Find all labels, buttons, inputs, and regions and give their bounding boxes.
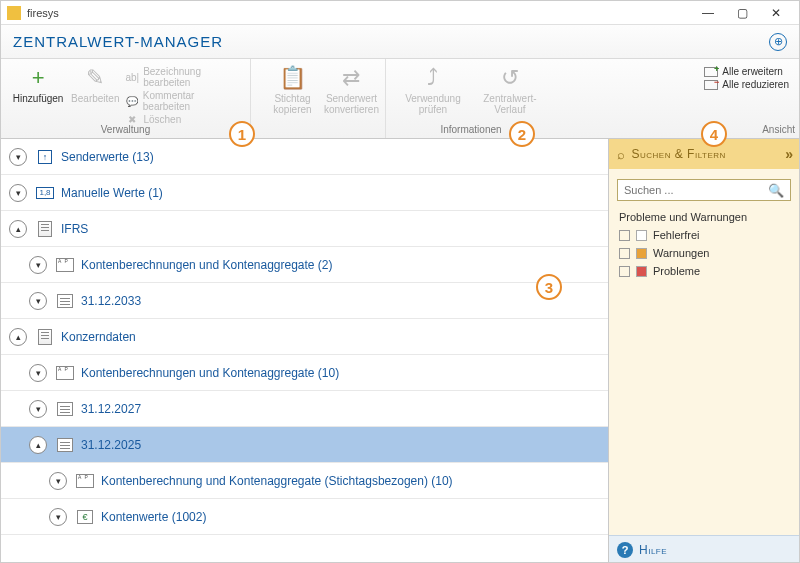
ribbon: + Hinzufügen ✎ Bearbeiten ab|Bezeichnung… xyxy=(1,59,799,139)
status-swatch-error xyxy=(636,266,647,277)
app-icon xyxy=(7,6,21,20)
tree-row-konzern-2025[interactable]: ▴ 31.12.2025 xyxy=(1,427,608,463)
tree-row-konzern-2027[interactable]: ▾ 31.12.2027 xyxy=(1,391,608,427)
expand-pane-icon[interactable]: » xyxy=(785,146,791,162)
filter-fehlerfrei[interactable]: Fehlerfrei xyxy=(619,229,789,241)
tree-row-konzern-konten[interactable]: ▾ Kontenberechnungen und Kontenaggregate… xyxy=(1,355,608,391)
chevron-down-icon[interactable]: ▾ xyxy=(9,148,27,166)
kommentar-button[interactable]: 💬Kommentar bearbeiten xyxy=(123,89,242,113)
erweitern-label: Alle erweitern xyxy=(722,66,783,77)
kommentar-label: Kommentar bearbeiten xyxy=(143,90,240,112)
search-box[interactable]: 🔍 xyxy=(617,179,791,201)
alle-reduzieren-button[interactable]: Alle reduzieren xyxy=(704,78,789,91)
bezeichnung-button[interactable]: ab|Bezeichnung bearbeiten xyxy=(123,65,242,89)
tree-label: Kontenberechnungen und Kontenaggregate (… xyxy=(81,366,339,380)
document-icon xyxy=(35,220,55,238)
date-icon xyxy=(55,400,75,418)
titlebar: firesys — ▢ ✕ xyxy=(1,1,799,25)
filter-title: Probleme und Warnungen xyxy=(619,211,789,223)
chevron-down-icon[interactable]: ▾ xyxy=(29,292,47,310)
globe-icon[interactable]: ⊕ xyxy=(769,33,787,51)
tree-row-stichtag-konten[interactable]: ▾ Kontenberechnung und Kontenaggregate (… xyxy=(1,463,608,499)
search-input[interactable] xyxy=(624,184,768,196)
app-header: ZENTRALWERT-MANAGER ⊕ xyxy=(1,25,799,59)
tree-row-konzern[interactable]: ▴ Konzerndaten xyxy=(1,319,608,355)
tree-row-manuelle[interactable]: ▾ 1,8 Manuelle Werte (1) xyxy=(1,175,608,211)
aggregate-icon xyxy=(55,256,75,274)
chevron-up-icon[interactable]: ▴ xyxy=(9,220,27,238)
callout-1: 1 xyxy=(229,121,255,147)
status-swatch-ok xyxy=(636,230,647,241)
hinzufuegen-button[interactable]: + Hinzufügen xyxy=(9,63,67,106)
tree-label: Kontenwerte (1002) xyxy=(101,510,206,524)
side-header[interactable]: ⌕ Suchen & Filtern » xyxy=(609,139,799,169)
tree-pane: 3 ▾ ↑ Senderwerte (13) ▾ 1,8 Manuelle We… xyxy=(1,139,609,563)
filter-section: Probleme und Warnungen Fehlerfrei Warnun… xyxy=(609,211,799,283)
verlauf-button[interactable]: ↺ Zentralwert-Verlauf xyxy=(472,63,548,117)
chevron-up-icon[interactable]: ▴ xyxy=(29,436,47,454)
help-icon: ? xyxy=(617,542,633,558)
send-icon: ↑ xyxy=(35,148,55,166)
collapse-all-icon xyxy=(704,80,718,90)
tree-label: Konzerndaten xyxy=(61,330,136,344)
chevron-down-icon[interactable]: ▾ xyxy=(29,364,47,382)
chevron-down-icon[interactable]: ▾ xyxy=(49,472,67,490)
stichtag-button[interactable]: 📋 Stichtag kopieren xyxy=(259,63,326,117)
tree-label: IFRS xyxy=(61,222,88,236)
tree-label: 31.12.2033 xyxy=(81,294,141,308)
calendar-copy-icon: 📋 xyxy=(279,65,306,91)
chevron-up-icon[interactable]: ▴ xyxy=(9,328,27,346)
chevron-down-icon[interactable]: ▾ xyxy=(49,508,67,526)
callout-4: 4 xyxy=(701,121,727,147)
check-usage-icon: ⤴ xyxy=(427,65,438,91)
content-area: 3 ▾ ↑ Senderwerte (13) ▾ 1,8 Manuelle We… xyxy=(1,139,799,563)
verlauf-label: Zentralwert-Verlauf xyxy=(478,93,542,115)
checkbox[interactable] xyxy=(619,248,630,259)
checkbox[interactable] xyxy=(619,266,630,277)
chevron-down-icon[interactable]: ▾ xyxy=(9,184,27,202)
bezeichnung-label: Bezeichnung bearbeiten xyxy=(143,66,240,88)
senderwert-button[interactable]: ⇄ Senderwertkonvertieren xyxy=(326,63,377,117)
verwendung-button[interactable]: ⤴ Verwendung prüfen xyxy=(394,63,472,117)
manual-icon: 1,8 xyxy=(35,184,55,202)
search-icon[interactable]: 🔍 xyxy=(768,183,784,198)
euro-icon: € xyxy=(75,508,95,526)
chevron-down-icon[interactable]: ▾ xyxy=(29,256,47,274)
hilfe-footer[interactable]: ? Hilfe xyxy=(609,535,799,563)
callout-2: 2 xyxy=(509,121,535,147)
ribbon-group-verwaltung2: 📋 Stichtag kopieren ⇄ Senderwertkonverti… xyxy=(251,59,386,138)
tree-row-ifrs[interactable]: ▴ IFRS xyxy=(1,211,608,247)
bearbeiten-button[interactable]: ✎ Bearbeiten xyxy=(67,63,123,106)
pencil-icon: ✎ xyxy=(86,65,104,91)
document-icon xyxy=(35,328,55,346)
close-button[interactable]: ✕ xyxy=(759,1,793,25)
tree-label: 31.12.2025 xyxy=(81,438,141,452)
filter-warnungen[interactable]: Warnungen xyxy=(619,247,789,259)
plus-icon: + xyxy=(32,65,45,91)
senderwert-label: Senderwertkonvertieren xyxy=(324,93,379,115)
date-icon xyxy=(55,292,75,310)
filter-probleme[interactable]: Probleme xyxy=(619,265,789,277)
aggregate-icon xyxy=(55,364,75,382)
rename-icon: ab| xyxy=(125,72,139,83)
tree-label: 31.12.2027 xyxy=(81,402,141,416)
minimize-button[interactable]: — xyxy=(691,1,725,25)
checkbox[interactable] xyxy=(619,230,630,241)
tree-row-ifrs-konten[interactable]: ▾ Kontenberechnungen und Kontenaggregate… xyxy=(1,247,608,283)
side-header-label: Suchen & Filtern xyxy=(632,147,726,161)
tree-row-kontenwerte[interactable]: ▾ € Kontenwerte (1002) xyxy=(1,499,608,535)
window-title: firesys xyxy=(27,7,691,19)
search-filter-icon: ⌕ xyxy=(617,147,626,162)
history-icon: ↺ xyxy=(501,65,519,91)
filter-label: Probleme xyxy=(653,265,700,277)
tree-row-ifrs-date[interactable]: ▾ 31.12.2033 xyxy=(1,283,608,319)
date-icon xyxy=(55,436,75,454)
chevron-down-icon[interactable]: ▾ xyxy=(29,400,47,418)
maximize-button[interactable]: ▢ xyxy=(725,1,759,25)
tree-label: Senderwerte (13) xyxy=(61,150,154,164)
tree-label: Kontenberechnungen und Kontenaggregate (… xyxy=(81,258,333,272)
comment-icon: 💬 xyxy=(125,96,138,107)
side-pane: ⌕ Suchen & Filtern » 🔍 Probleme und Warn… xyxy=(609,139,799,563)
filter-label: Fehlerfrei xyxy=(653,229,699,241)
status-swatch-warn xyxy=(636,248,647,259)
